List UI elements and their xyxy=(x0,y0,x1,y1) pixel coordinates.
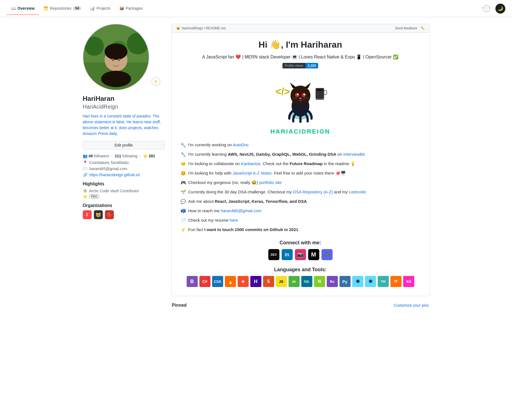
svg-point-30 xyxy=(299,98,302,99)
send-feedback-link[interactable]: Send feedback xyxy=(395,26,417,30)
avatar xyxy=(83,24,149,90)
profile-views-count: 2,102 xyxy=(305,63,318,68)
list-item-4: 😊 I'm looking for help with JavaScript A… xyxy=(181,170,420,177)
theme-toggle[interactable]: 🌙 xyxy=(495,4,505,14)
svg-text:</>: </> xyxy=(276,86,290,97)
tab-repositories[interactable]: 🗂️ Repositories 54 xyxy=(39,2,86,15)
profile-username: HariAcidReign xyxy=(83,104,165,110)
seedling-icon: 🌱 xyxy=(181,189,186,196)
pinned-section: Pinned Customize your pins xyxy=(171,303,429,308)
tool-reactnative[interactable]: ⚛ xyxy=(365,276,376,287)
tool-python[interactable]: Py xyxy=(339,276,351,287)
tab-packages-label: Packages xyxy=(126,6,143,11)
readme-list: 🔧 I'm currently working on AutoDoc 🔧 I'm… xyxy=(181,142,420,233)
mascot-area: </> xyxy=(181,73,420,124)
svg-point-11 xyxy=(118,58,120,61)
instagram-icon[interactable]: 📷 xyxy=(295,249,306,260)
website-link[interactable]: https://hariacidreign.github.io/ xyxy=(89,173,140,177)
profile-views-label: Profile views xyxy=(282,63,305,68)
wrench-icon-2: 🔧 xyxy=(181,151,186,158)
nav-right: 🌙 xyxy=(481,3,505,14)
tool-react[interactable]: ⚛ xyxy=(352,276,363,287)
list-item-6: 🌱 Currently doing the 30 day DSA challen… xyxy=(181,189,420,196)
tool-tailwind[interactable]: TW xyxy=(378,276,389,287)
org-avatar-ztm[interactable]: Z xyxy=(83,210,92,219)
svg-point-2 xyxy=(487,7,488,8)
kanbanize-link[interactable]: Kanbanize xyxy=(241,161,261,166)
document-icon: 📄 xyxy=(181,217,186,224)
tab-overview[interactable]: 📖 Overview xyxy=(7,2,39,15)
repo-icon: 🗂️ xyxy=(43,6,48,11)
followers-icon: 👥 xyxy=(83,154,88,158)
list-text-2: I'm currently learning AWS, NextJS, Gats… xyxy=(188,151,365,158)
list-text-6: Currently doing the 30 day DSA challenge… xyxy=(188,189,366,195)
tool-redux[interactable]: Rx xyxy=(327,276,338,287)
dsa-repo-link[interactable]: DSA Repository (A-Z) xyxy=(293,189,333,194)
main-content: 😺 HariAcidReign / README.md Send feedbac… xyxy=(171,24,429,311)
svg-point-6 xyxy=(127,33,149,55)
separator: · xyxy=(111,154,112,158)
tool-css3[interactable]: CSS xyxy=(212,276,223,287)
tool-nodejs[interactable]: N xyxy=(314,276,325,287)
snowflake-icon: ✳️ xyxy=(83,189,88,193)
cat-icon: 😺 xyxy=(176,26,180,30)
org-avatar-3[interactable]: 🔴 xyxy=(105,210,114,219)
org-avatar-2[interactable]: 😺 xyxy=(94,210,103,219)
medium-icon[interactable]: M xyxy=(308,249,319,260)
list-text-4: I'm looking for help with JavaScript A-Z… xyxy=(188,170,346,176)
list-text-1: I'm currently working on AutoDoc xyxy=(188,142,249,148)
tool-csharp[interactable]: C# xyxy=(199,276,210,287)
edit-pencil-icon[interactable]: ✏️ xyxy=(421,26,425,30)
main-layout: ⚡ HariHaran HariAcidReign Hari lives in … xyxy=(76,17,436,311)
leetcode-link[interactable]: Leetcode xyxy=(349,189,366,194)
tool-bootstrap[interactable]: B xyxy=(187,276,198,287)
interviewbit-link[interactable]: InterviewBit xyxy=(343,152,365,157)
organizations-row: Z 😺 🔴 xyxy=(83,210,165,219)
edit-profile-button[interactable]: Edit profile xyxy=(83,141,165,149)
email-link[interactable]: haran465@gmail.com xyxy=(221,208,261,213)
js-notes-link[interactable]: JavaScript A-Z Notes xyxy=(233,171,272,175)
tool-mongodb[interactable]: db xyxy=(289,276,300,287)
tool-html5[interactable]: 5 xyxy=(263,276,274,287)
location-row: 📍 Coimbatore,TamilNadu xyxy=(83,160,165,165)
tool-tensorflow[interactable]: TF xyxy=(390,276,402,287)
tools-title: Languages and Tools: xyxy=(181,267,420,273)
svg-point-21 xyxy=(290,86,310,106)
list-text-10: Fun fact I want to touch 1500 commits on… xyxy=(188,227,299,233)
portfolio-link[interactable]: portfolio site xyxy=(259,180,282,185)
tool-javascript[interactable]: JS xyxy=(276,276,287,287)
autodoc-link[interactable]: AutoDoc xyxy=(233,142,249,147)
stars-count: 281 xyxy=(149,154,155,158)
email-icon: ✉️ xyxy=(83,167,87,171)
resume-link[interactable]: here xyxy=(230,218,238,222)
tools-row: B C# CSS 🔥 ⋄ H 5 JS db SQL N Rx Py ⚛ xyxy=(181,276,420,287)
customize-pins-link[interactable]: Customize your pins xyxy=(394,303,429,308)
tab-packages[interactable]: 📦 Packages xyxy=(115,2,147,15)
svg-point-9 xyxy=(104,43,127,60)
svg-rect-16 xyxy=(317,89,323,91)
list-text-5: Checkout my gorgeous (no, really 😂) port… xyxy=(188,180,282,186)
followers-count: 49 xyxy=(89,154,93,158)
devto-icon[interactable]: DEV xyxy=(268,249,279,260)
tab-projects[interactable]: 📊 Projects xyxy=(86,2,115,15)
brand-name: HARIACIDREIGN xyxy=(181,128,420,135)
list-text-3: I'm looking to collaborate on Kanbanize.… xyxy=(188,161,356,167)
following-label: following xyxy=(122,154,137,158)
mail-icon: 📫 xyxy=(181,208,186,214)
linkedin-icon[interactable]: in xyxy=(282,249,293,260)
tool-heroku[interactable]: H xyxy=(250,276,261,287)
highlight-item-1: ✳️ Arctic Code Vault Contributor xyxy=(83,189,165,193)
tab-overview-label: Overview xyxy=(17,6,35,11)
tool-mysql[interactable]: SQL xyxy=(301,276,312,287)
readme-subtitle: A JavaScript fan ❤️ | MERN stack Develop… xyxy=(181,54,420,60)
discord-icon[interactable]: 🎮 xyxy=(321,249,333,260)
tool-firebase[interactable]: 🔥 xyxy=(225,276,236,287)
mascot-svg: </> xyxy=(273,73,328,123)
packages-icon: 📦 xyxy=(119,6,124,11)
separator2: · xyxy=(140,154,141,158)
svg-rect-18 xyxy=(316,99,324,100)
svg-point-10 xyxy=(112,58,114,61)
location-icon: 📍 xyxy=(83,160,87,165)
tool-xd[interactable]: Xd xyxy=(403,276,414,287)
tool-git[interactable]: ⋄ xyxy=(238,276,249,287)
